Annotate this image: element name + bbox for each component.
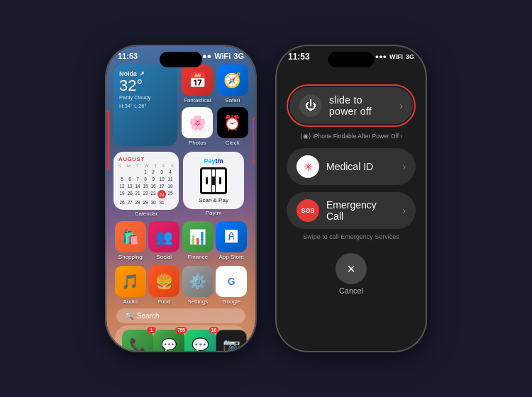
social-label: Social xyxy=(156,254,172,260)
medical-id-slider[interactable]: ✳ Medical ID › xyxy=(287,148,416,185)
audio-label: Audio xyxy=(123,298,138,305)
status-time: 11:53 xyxy=(118,52,138,60)
whatsapp-badge: 10 xyxy=(209,327,218,333)
food-label: Food xyxy=(157,298,170,305)
left-phone: 11:53 ●●● WiFi 3G Noida ↗ 32° Partly Clo… xyxy=(106,46,255,351)
app-photos[interactable]: 🌸 Photos xyxy=(182,107,214,146)
finance-label: Finance xyxy=(188,254,208,260)
safari-label: Safari xyxy=(225,97,240,104)
power-symbol: ⏻ xyxy=(305,99,316,112)
app-safari[interactable]: 🧭 Safari xyxy=(217,65,249,104)
settings-icon[interactable]: ⚙️ xyxy=(182,266,214,297)
fantastical-label: Fantastical xyxy=(184,97,211,104)
app-fantastical[interactable]: 📅 Fantastical xyxy=(182,65,214,104)
app-audio[interactable]: 🎵 Audio xyxy=(115,266,146,305)
wifi-icon: WiFi xyxy=(214,52,231,60)
weather-widget[interactable]: Noida ↗ 32° Partly Cloudy H:34° L:26° xyxy=(113,65,177,146)
photos-icon[interactable]: 🌸 xyxy=(182,107,213,138)
dock-messages[interactable]: 💬 755 xyxy=(153,330,184,351)
status-icons: ●●● WiFi 3G xyxy=(197,52,244,60)
calendar-widget[interactable]: AUGUST SMTWTFS 1234 5678 91011 12131415 … xyxy=(113,152,179,210)
today-date: 24 xyxy=(157,190,166,198)
cancel-x-icon: × xyxy=(347,261,355,277)
clock-label: Clock xyxy=(226,140,240,146)
home-screen: 11:53 ●●● WiFi 3G Noida ↗ 32° Partly Clo… xyxy=(106,46,255,351)
app-food[interactable]: 🍔 Food xyxy=(148,266,179,305)
app-appstore[interactable]: 🅰 App Store xyxy=(216,221,247,260)
fantastical-icon[interactable]: 📅 xyxy=(182,65,213,96)
app-clock[interactable]: ⏰ Clock xyxy=(217,107,249,146)
shopping-icon[interactable]: 🛍️ xyxy=(115,221,146,252)
social-icon[interactable]: 👥 xyxy=(148,221,179,252)
weather-desc: Partly Cloudy xyxy=(119,94,172,101)
settings-label: Settings xyxy=(187,298,208,305)
power-status-time: 11:53 xyxy=(288,52,310,62)
paytm-widget[interactable]: Paytm Scan & Pay xyxy=(183,152,244,209)
paytm-scan-label: Scan & Pay xyxy=(199,197,228,203)
finance-icon[interactable]: 📊 xyxy=(182,221,214,252)
google-label: Google xyxy=(222,298,240,305)
calendar-grid: 1234 5678 91011 12131415 161718 19202122… xyxy=(118,169,174,206)
dynamic-island xyxy=(160,52,202,67)
weather-range: H:34° L:26° xyxy=(119,103,172,109)
calendar-month: AUGUST xyxy=(118,156,174,162)
power-signal-icon: ●●● xyxy=(375,53,387,60)
appstore-icon[interactable]: 🅰 xyxy=(216,221,247,252)
power-slider-text: slide to power off xyxy=(329,94,392,117)
medical-icon: ✳ xyxy=(297,155,319,178)
power-dynamic-island xyxy=(328,52,375,67)
paytm-widget-label: Paytm xyxy=(206,210,222,216)
app-finance[interactable]: 📊 Finance xyxy=(182,221,214,260)
app-google[interactable]: G Google xyxy=(216,266,247,305)
camera-icon[interactable]: 📷 xyxy=(216,330,247,351)
dock-whatsapp[interactable]: 💬 10 xyxy=(184,330,216,351)
apps-row-1: 🛍️ Shopping 👥 Social 📊 Finance 🅰 App Sto… xyxy=(106,220,255,262)
sos-icon: SOS xyxy=(297,199,319,222)
findable-icon: ⟨◉⟩ xyxy=(300,133,311,140)
power-network-badge: 3G xyxy=(406,53,414,60)
emergency-call-label: Emergency Call xyxy=(326,199,395,222)
search-label: Search xyxy=(137,312,160,320)
findable-after-power-off: ⟨◉⟩ iPhone Findable After Power Off › xyxy=(300,133,403,140)
apps-row-2: 🎵 Audio 🍔 Food ⚙️ Settings G Google xyxy=(106,264,255,306)
qr-code xyxy=(200,167,227,194)
cancel-button[interactable]: × xyxy=(336,253,367,284)
appstore-label: App Store xyxy=(218,254,244,260)
calendar-days-header: SMTWTFS xyxy=(118,164,174,168)
audio-icon[interactable]: 🎵 xyxy=(115,266,146,297)
app-social[interactable]: 👥 Social xyxy=(148,221,179,260)
power-circle-icon: ⏻ xyxy=(299,94,322,117)
medical-star-icon: ✳ xyxy=(304,160,313,174)
search-icon: 🔍 xyxy=(125,312,133,320)
medical-chevron-icon: › xyxy=(402,161,406,172)
app-settings[interactable]: ⚙️ Settings xyxy=(182,266,214,305)
power-slider-container[interactable]: ⏻ slide to power off › xyxy=(287,84,416,127)
dock-camera[interactable]: 📷 xyxy=(216,330,247,351)
power-wifi-icon: WiFi xyxy=(389,53,403,60)
emergency-call-slider[interactable]: SOS Emergency Call › xyxy=(287,192,416,229)
weather-temp: 32° xyxy=(119,77,172,94)
google-icon[interactable]: G xyxy=(216,266,247,297)
shopping-label: Shopping xyxy=(118,254,143,260)
app-shopping[interactable]: 🛍️ Shopping xyxy=(115,221,146,260)
weather-city: Noida ↗ xyxy=(119,70,172,77)
power-screen: 11:53 ●●● WiFi 3G ⏻ slide to power off ›… xyxy=(277,46,426,351)
sos-chevron-icon: › xyxy=(402,205,406,216)
photos-label: Photos xyxy=(189,140,206,146)
power-slider[interactable]: ⏻ slide to power off › xyxy=(289,87,413,124)
right-phone: 11:53 ●●● WiFi 3G ⏻ slide to power off ›… xyxy=(277,46,426,351)
top-app-grid: 📅 Fantastical 🧭 Safari 🌸 Photos ⏰ Clock xyxy=(182,65,248,146)
dock-phone[interactable]: 📞 1 xyxy=(122,330,153,351)
clock-icon[interactable]: ⏰ xyxy=(217,107,248,138)
left-button-highlight xyxy=(106,110,109,170)
dock: 📞 1 💬 755 💬 10 📷 xyxy=(115,325,247,351)
widgets-second-row: AUGUST SMTWTFS 1234 5678 91011 12131415 … xyxy=(106,149,255,220)
power-chevron-icon: › xyxy=(399,100,403,111)
safari-icon[interactable]: 🧭 xyxy=(217,65,248,96)
cancel-label: Cancel xyxy=(339,286,363,295)
right-button-highlight xyxy=(253,117,255,163)
calendar-widget-label: Calendar xyxy=(135,211,157,217)
food-icon[interactable]: 🍔 xyxy=(148,266,179,297)
search-bar[interactable]: 🔍 Search xyxy=(116,308,245,323)
network-badge: 3G xyxy=(233,52,244,60)
